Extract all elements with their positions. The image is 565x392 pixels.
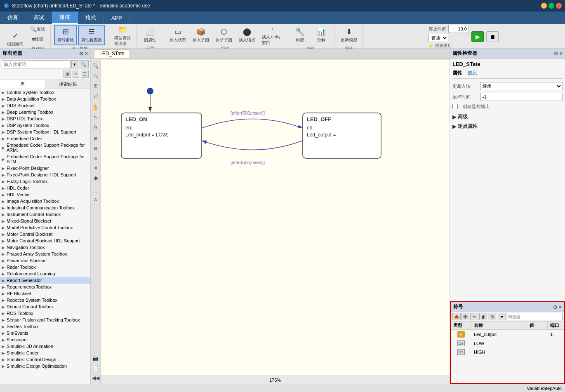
lib-item[interactable]: ▶Phased Array System Toolbox bbox=[0, 251, 90, 257]
lib-item[interactable]: ▶Simulink: Control Design bbox=[0, 356, 90, 363]
lib-item[interactable]: ▶Reinforcement Learning bbox=[0, 270, 90, 277]
menu-app[interactable]: APP bbox=[104, 12, 130, 24]
monitor-checkbox[interactable] bbox=[452, 104, 458, 109]
lib-item[interactable]: ▶Industrial Communication Toolbox bbox=[0, 204, 90, 211]
stateflow-tool5[interactable]: A bbox=[92, 195, 100, 204]
collapse-panel-btn[interactable]: ◀◀ bbox=[92, 374, 100, 382]
lib-item[interactable]: ▶HDL Verifier bbox=[0, 191, 90, 198]
sim-mode-select[interactable]: 普通 bbox=[428, 34, 448, 42]
lib-tab-library[interactable]: 库 bbox=[0, 80, 45, 89]
canvas-draw-area[interactable]: LED_ON en: Led_output = LOW; LED_OFF en:… bbox=[101, 60, 450, 376]
symbol-pane-btn[interactable]: ⊞ 符号窗格 bbox=[54, 25, 77, 45]
zoom-select-btn[interactable]: 🔎 bbox=[92, 92, 100, 100]
detail-view-btn[interactable]: ☰ bbox=[81, 70, 89, 78]
run-btn[interactable]: ▶ bbox=[471, 31, 484, 42]
config-btn[interactable]: 🔧 构型 bbox=[290, 25, 310, 45]
lib-item[interactable]: ▶Report Generator bbox=[0, 277, 90, 284]
sym-filter-btn[interactable]: ▼ bbox=[498, 313, 506, 320]
update-model-btn[interactable]: ⬇ 更新模型 bbox=[338, 25, 360, 45]
close-btn[interactable]: × bbox=[556, 3, 562, 9]
lib-item[interactable]: ▶Model Predictive Control Toolbox bbox=[0, 224, 90, 231]
maximize-btn[interactable]: □ bbox=[549, 3, 554, 9]
stop-time-input[interactable] bbox=[448, 25, 469, 33]
insert-subchart-btn[interactable]: 📦 插入子图 bbox=[190, 25, 212, 45]
lib-item[interactable]: ▶Radar Toolbox bbox=[0, 264, 90, 270]
lib-item[interactable]: ▶Navigation Toolbox bbox=[0, 244, 90, 251]
lib-list[interactable]: ▶Control System Toolbox▶Data Acquisition… bbox=[0, 89, 90, 384]
model-resources-btn[interactable]: 📁 模型资源管理器 bbox=[111, 26, 134, 46]
lib-item[interactable]: ▶DSP HDL Toolbox bbox=[0, 115, 90, 122]
stateflow-tool1[interactable]: ⊙ bbox=[92, 154, 100, 162]
panel-settings-btn[interactable]: ⊙ bbox=[79, 51, 83, 56]
zoom-out-btn[interactable]: 🔍 bbox=[92, 72, 100, 80]
lib-item[interactable]: ▶Robotics System Toolbox bbox=[0, 297, 90, 303]
sym-filter-input[interactable] bbox=[506, 313, 563, 320]
lib-item[interactable]: ▶Simulink: Design Optimization bbox=[0, 363, 90, 369]
canvas-title-tab[interactable]: LED_STate bbox=[94, 49, 130, 58]
lib-item[interactable]: ▶Robust Control Toolbox bbox=[0, 303, 90, 310]
compare-btn[interactable]: ≡ 比较 bbox=[27, 35, 48, 44]
sample-time-input[interactable] bbox=[480, 93, 563, 101]
insert-entry-btn[interactable]: → 插入 entry窗口 bbox=[259, 25, 283, 45]
props-tab-info[interactable]: 信息 bbox=[467, 70, 477, 77]
atomic-subchart-btn[interactable]: ⬡ 原子子图 bbox=[213, 25, 235, 45]
sym-add-output-btn[interactable]: 📤 bbox=[452, 313, 461, 320]
search-input[interactable] bbox=[2, 60, 71, 68]
search-go-btn[interactable]: 🔍 bbox=[79, 60, 89, 68]
search-btn[interactable]: ▾ bbox=[71, 60, 78, 68]
find-btn[interactable]: 🔍 查找 bbox=[27, 25, 48, 34]
menu-model[interactable]: 建模 bbox=[52, 12, 78, 24]
lib-item[interactable]: ▶Fuzzy Logic Toolbox bbox=[0, 178, 90, 185]
panel-float-btn[interactable]: × bbox=[85, 51, 88, 56]
advanced-section-header[interactable]: ▶ 高级 bbox=[452, 112, 563, 122]
lib-item[interactable]: ▶SimEvents bbox=[0, 330, 90, 336]
grid-view-btn[interactable]: ⊞ bbox=[64, 70, 71, 78]
lib-item[interactable]: ▶Requirements Toolbox bbox=[0, 284, 90, 290]
insert-state-btn[interactable]: ▭ 插入状态 bbox=[167, 25, 189, 45]
decompose-btn[interactable]: 📊 分解 bbox=[311, 25, 332, 45]
lib-item[interactable]: ▶Embedded Coder Support Package for STM. bbox=[0, 153, 90, 165]
text-tool-btn[interactable]: A bbox=[92, 123, 100, 131]
stateflow-tool2[interactable]: ✕ bbox=[92, 164, 100, 172]
list-view-btn[interactable]: ≡ bbox=[73, 70, 79, 78]
fit-btn[interactable]: ⊞ bbox=[92, 82, 100, 90]
props-close-btn[interactable]: × bbox=[560, 51, 563, 56]
lib-item[interactable]: ▶DSP System Toolbox bbox=[0, 122, 90, 129]
symbol-row-high[interactable]: 123 HIGH bbox=[451, 348, 564, 357]
menu-format[interactable]: 格式 bbox=[78, 12, 104, 24]
lib-item[interactable]: ▶HDL Coder bbox=[0, 185, 90, 191]
symbol-close-btn[interactable]: × bbox=[559, 304, 562, 310]
lib-item[interactable]: ▶Image Acquisition Toolbox bbox=[0, 198, 90, 204]
lib-item[interactable]: ▶Control System Toolbox bbox=[0, 89, 90, 96]
expand-btn[interactable]: ⊕ bbox=[92, 134, 100, 143]
props-settings-btn[interactable]: ⊙ bbox=[554, 51, 558, 56]
props-tab-attr[interactable]: 属性 bbox=[452, 70, 462, 77]
lib-item[interactable]: ▶Motor Control Blockset bbox=[0, 231, 90, 237]
lib-item[interactable]: ▶Fixed-Point Designer HDL Support bbox=[0, 171, 90, 178]
lib-item[interactable]: ▶DSP System Toolbox HDL Support bbox=[0, 129, 90, 135]
lib-item[interactable]: ▶Deep Learning Toolbox bbox=[0, 109, 90, 115]
symbol-settings-btn[interactable]: ⊙ bbox=[553, 304, 557, 310]
fixedpoint-section-header[interactable]: ▶ 定点属性 bbox=[452, 122, 563, 131]
sym-port-btn[interactable]: ⊞ bbox=[488, 313, 496, 320]
lib-item[interactable]: ▶SerDes Toolbox bbox=[0, 323, 90, 330]
lib-item[interactable]: ▶Fixed-Point Designer bbox=[0, 165, 90, 171]
lib-item[interactable]: ▶RF Blockset bbox=[0, 290, 90, 297]
zoom-in-btn[interactable]: 🔍 bbox=[92, 62, 100, 70]
minimize-btn[interactable]: − bbox=[541, 3, 547, 9]
hand-tool-btn[interactable]: ✋ bbox=[92, 103, 100, 111]
lib-item[interactable]: ▶Data Acquisition Toolbox bbox=[0, 96, 90, 102]
symbol-row-low[interactable]: 123 LOW bbox=[451, 339, 564, 348]
chart-props-btn[interactable]: ⬜ 图属性 bbox=[140, 25, 160, 45]
lib-item[interactable]: ▶Simulink: 3D Animation bbox=[0, 343, 90, 350]
lib-item[interactable]: ▶Powertrain Blockset bbox=[0, 257, 90, 264]
sym-edit-btn[interactable]: ✏ bbox=[470, 313, 478, 320]
stateflow-tool3[interactable]: ◉ bbox=[92, 174, 100, 182]
lib-item[interactable]: ▶Motor Control Blockset HDL Support bbox=[0, 237, 90, 244]
lib-item[interactable]: ▶ROS Toolbox bbox=[0, 310, 90, 317]
props-inspector-btn[interactable]: ☰ 属性检查器 bbox=[78, 25, 105, 45]
stateflow-tool4[interactable]: ⬜ bbox=[92, 185, 100, 194]
symbol-row-led-output[interactable]: ⊟ Led_output 1 bbox=[451, 330, 564, 339]
sym-delete-btn[interactable]: 🗑 bbox=[479, 313, 487, 320]
insert-node-btn[interactable]: ⬤ 插入结点 bbox=[236, 25, 258, 45]
